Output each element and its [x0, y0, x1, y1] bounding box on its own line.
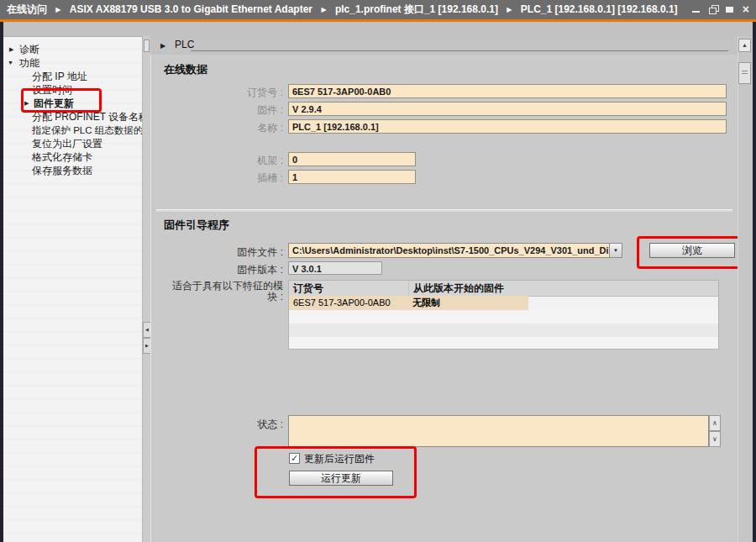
splitter-grip[interactable] [144, 39, 150, 52]
cell-order-number: 6ES7 517-3AP00-0AB0 [289, 296, 408, 310]
dropdown-arrow-icon[interactable]: ▼ [609, 244, 622, 257]
scrollbar-grip-icon [742, 71, 748, 76]
table-empty-rows [289, 310, 718, 349]
scrollbar-thumb[interactable] [738, 62, 751, 84]
sidebar-item-firmware-update[interactable]: ▶ 固件更新 [3, 97, 142, 110]
sidebar-item-diagnostics[interactable]: ▶ 诊断 [3, 43, 142, 56]
function-tree-sidebar: ▶ 诊断 ▼ 功能 分配 IP 地址 设置时间 ▶ 固件更新 分配 PROFIN… [3, 36, 142, 542]
status-label: 状态 : [150, 418, 283, 432]
browse-button[interactable]: 浏览 [649, 243, 735, 258]
firmware-file-combobox[interactable]: C:\Users\Administrator\Desktop\inst\S7-1… [288, 243, 622, 258]
col-header-order-number: 订货号 [289, 281, 412, 296]
breadcrumb-arrow-icon[interactable]: ▶ [160, 42, 165, 50]
crumb-online-access: 在线访问 [7, 3, 47, 15]
crumb-plc: PLC_1 [192.168.0.1] [192.168.0.1] [521, 3, 678, 15]
breadcrumb-arrow-icon: ▶ [321, 6, 326, 13]
chevron-right-icon[interactable]: ▶ [24, 97, 29, 110]
minimize-icon[interactable] [692, 5, 701, 14]
sidebar-item-set-time[interactable]: 设置时间 [3, 83, 142, 97]
crumb-adapter: ASIX AX88179 USB 3.0 to Gigabit Ethernet… [70, 3, 312, 15]
sidebar-item-factory-reset[interactable]: 复位为出厂设置 [3, 137, 142, 150]
firmware-field: V 2.9.4 [288, 102, 727, 116]
status-textarea[interactable] [288, 415, 709, 447]
rack-label: 机架 : [150, 154, 283, 168]
order-number-field: 6ES7 517-3AP00-0AB0 [288, 84, 727, 98]
slot-label: 插槽 : [150, 171, 283, 186]
sidebar-item-assign-ip[interactable]: 分配 IP 地址 [3, 70, 142, 83]
status-scroll-down-icon[interactable]: ∨ [709, 431, 721, 447]
title-bar: 在线访问 ▶ ASIX AX88179 USB 3.0 to Gigabit E… [0, 0, 756, 19]
sidebar-item-protect-password[interactable]: 指定保护 PLC 组态数据的密码 [3, 124, 142, 137]
chevron-right-icon[interactable]: ▶ [9, 43, 13, 56]
title-breadcrumb: 在线访问 ▶ ASIX AX88179 USB 3.0 to Gigabit E… [7, 0, 678, 19]
table-row[interactable]: 6ES7 517-3AP00-0AB0 无限制 [289, 296, 718, 310]
online-access-window: 在线访问 ▶ ASIX AX88179 USB 3.0 to Gigabit E… [0, 0, 756, 542]
close-icon[interactable]: × [743, 5, 749, 14]
sidebar-item-functions[interactable]: ▼ 功能 [3, 56, 142, 70]
run-update-button[interactable]: 运行更新 [289, 471, 393, 486]
suitable-modules-table: 订货号 从此版本开始的固件 6ES7 517-3AP00-0AB0 无限制 [288, 280, 719, 350]
firmware-file-label: 固件文件 : [150, 245, 283, 260]
name-field: PLC_1 [192.168.0.1] [288, 119, 727, 134]
crumb-interface: plc_1.profinet 接口_1 [192.168.0.1] [335, 3, 498, 15]
rack-field[interactable]: 0 [288, 152, 416, 166]
name-label: 名称 : [150, 121, 283, 135]
run-after-update-label[interactable]: 更新后运行固件 [304, 452, 375, 466]
chevron-down-icon[interactable]: ▼ [8, 56, 13, 70]
order-number-label: 订货号 : [150, 86, 283, 100]
main-breadcrumb[interactable]: PLC [175, 39, 194, 50]
run-after-update-checkbox[interactable]: ✓ [289, 453, 300, 464]
firmware-version-label: 固件版本 : [150, 263, 283, 277]
window-controls: × [692, 0, 749, 19]
sidebar-item-save-service-data[interactable]: 保存服务数据 [3, 164, 142, 177]
restore-icon[interactable] [709, 5, 718, 14]
breadcrumb-rule [191, 50, 728, 51]
online-data-heading: 在线数据 [164, 62, 207, 77]
firmware-version-field: V 3.0.1 [288, 261, 382, 275]
main-scrollbar-track[interactable] [738, 36, 753, 542]
col-header-firmware-from: 从此版本开始的固件 [408, 281, 533, 296]
section-divider [156, 209, 732, 212]
slot-field[interactable]: 1 [288, 170, 416, 184]
status-scroll-up-icon[interactable]: ∧ [709, 415, 721, 431]
firmware-file-path: C:\Users\Administrator\Desktop\inst\S7-1… [292, 245, 608, 257]
window-edge-right [753, 22, 756, 542]
main-breadcrumb-row: ▶ PLC [150, 36, 738, 55]
breadcrumb-arrow-icon: ▶ [507, 6, 512, 13]
firmware-label: 固件 : [150, 103, 283, 118]
sidebar-item-assign-profinet-name[interactable]: 分配 PROFINET 设备名称 [3, 110, 142, 124]
scrollbar-up-arrow-icon[interactable]: ▲ [738, 39, 751, 52]
breadcrumb-arrow-icon: ▶ [55, 6, 60, 13]
accent-line [0, 19, 756, 22]
checkmark-icon: ✓ [291, 453, 298, 463]
suitable-modules-label-line2: 块 : [150, 290, 283, 304]
firmware-loader-heading: 固件引导程序 [164, 218, 229, 233]
sidebar-item-format-card[interactable]: 格式化存储卡 [3, 150, 142, 164]
table-header-row: 订货号 从此版本开始的固件 [289, 281, 718, 297]
maximize-icon[interactable] [726, 5, 735, 14]
cell-firmware-from: 无限制 [408, 296, 528, 310]
